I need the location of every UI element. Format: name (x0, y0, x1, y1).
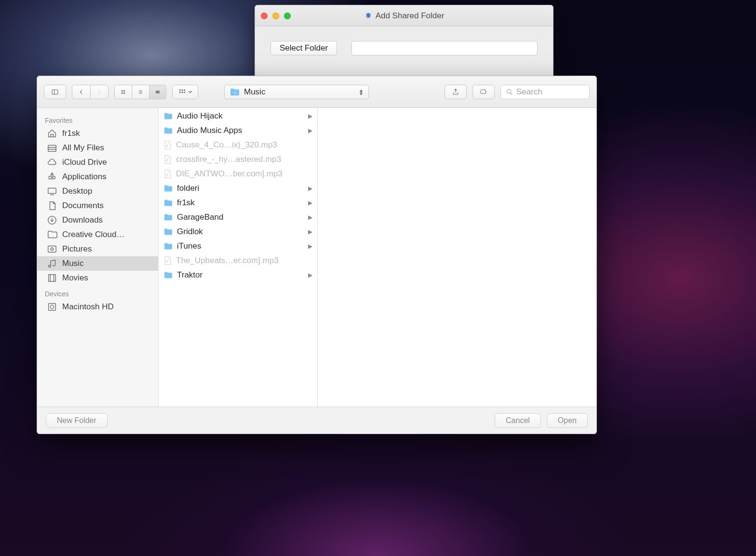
file-row[interactable]: Cause_4_Co…ix)_320.mp3 (159, 138, 317, 152)
column-1: Audio Hijack▶Audio Music Apps▶Cause_4_Co… (159, 108, 318, 407)
svg-rect-14 (184, 89, 185, 91)
sidebar-item-label: Macintosh HD (62, 302, 114, 312)
folder-row[interactable]: Audio Music Apps▶ (159, 123, 317, 138)
item-name: folderi (177, 184, 199, 193)
folder-icon (163, 185, 173, 192)
movies-icon (47, 273, 57, 283)
folder-row[interactable]: Gridlok▶ (159, 225, 317, 239)
dialog-bottom-bar: New Folder Cancel Open (37, 407, 596, 434)
group-by-button[interactable] (172, 85, 198, 99)
home-icon (47, 128, 57, 139)
select-folder-button[interactable]: Select Folder (270, 41, 337, 55)
chevron-right-icon (96, 88, 102, 96)
minimize-window-button[interactable] (272, 13, 279, 19)
svg-rect-11 (159, 91, 160, 93)
chevron-left-icon (78, 88, 84, 96)
folder-row[interactable]: Audio Hijack▶ (159, 109, 317, 123)
columns-icon (155, 88, 160, 96)
folder-row[interactable]: fr1sk▶ (159, 196, 317, 210)
close-window-button[interactable] (261, 13, 268, 19)
sidebar-item-creative-cloud-[interactable]: Creative Cloud… (37, 227, 158, 242)
search-icon (506, 88, 513, 96)
folder-row[interactable]: iTunes▶ (159, 239, 317, 253)
svg-line-20 (511, 93, 512, 94)
chevron-right-icon: ▶ (308, 113, 312, 119)
folder-icon (163, 242, 173, 250)
sidebar-item-label: Creative Cloud… (62, 230, 124, 239)
column-2 (318, 108, 596, 407)
nav-buttons (72, 85, 108, 99)
share-button[interactable] (445, 85, 467, 99)
sidebar-item-label: Movies (62, 273, 88, 283)
open-button[interactable]: Open (547, 413, 588, 428)
sidebar-icon (51, 88, 59, 96)
file-row[interactable]: The_Upbeats…er.com].mp3 (159, 253, 317, 268)
tags-button[interactable] (472, 85, 495, 99)
cancel-button[interactable]: Cancel (495, 413, 541, 428)
sidebar-item-macintosh-hd[interactable]: Macintosh HD (37, 300, 158, 314)
new-folder-button[interactable]: New Folder (46, 413, 108, 428)
doc-icon (47, 200, 57, 211)
folder-row[interactable]: folderi▶ (159, 181, 317, 196)
sidebar-item-all-my-files[interactable]: All My Files (37, 141, 158, 155)
search-input[interactable]: Search (500, 85, 590, 99)
svg-rect-13 (181, 89, 183, 91)
folder-row[interactable]: GarageBand▶ (159, 210, 317, 225)
toggle-sidebar-button[interactable] (44, 85, 66, 99)
audio-file-icon (163, 256, 172, 265)
sidebar-item-desktop[interactable]: Desktop (37, 184, 158, 199)
item-name: GarageBand (177, 212, 223, 222)
svg-rect-0 (52, 90, 58, 94)
sidebar-item-fr1sk[interactable]: fr1sk (37, 126, 158, 141)
folder-path-input[interactable] (351, 41, 538, 55)
download-icon (47, 215, 57, 225)
svg-rect-16 (181, 92, 183, 93)
svg-text:♫: ♫ (233, 90, 236, 94)
column-view-button[interactable] (149, 85, 166, 99)
sidebar-item-label: fr1sk (62, 129, 80, 138)
sidebar-item-applications[interactable]: Applications (37, 170, 158, 184)
svg-rect-17 (184, 92, 185, 93)
sidebar-item-label: Pictures (62, 244, 92, 254)
icon-view-button[interactable] (114, 85, 132, 99)
item-name: fr1sk (177, 198, 195, 208)
path-dropdown[interactable]: ♫ Music ▲▼ (224, 85, 369, 99)
chevron-down-icon (188, 90, 192, 94)
chevron-right-icon: ▶ (308, 127, 312, 134)
grid-small-icon (178, 88, 186, 96)
chevron-right-icon: ▶ (308, 272, 312, 278)
audio-file-icon (163, 155, 172, 164)
item-name: crossfire_-_hy…astered.mp3 (176, 155, 281, 164)
sidebar-item-music[interactable]: Music (37, 256, 158, 271)
music-icon (47, 258, 57, 269)
share-icon (452, 88, 459, 96)
folder-row[interactable]: Traktor▶ (159, 268, 317, 282)
dialog-toolbar: ♫ Music ▲▼ Search (37, 76, 596, 108)
sidebar-item-documents[interactable]: Documents (37, 199, 158, 213)
titlebar: Add Shared Folder (255, 5, 553, 26)
sidebar-item-pictures[interactable]: Pictures (37, 242, 158, 256)
item-name: Cause_4_Co…ix)_320.mp3 (176, 140, 277, 150)
chevron-right-icon: ▶ (308, 185, 312, 192)
sidebar-item-icloud-drive[interactable]: iCloud Drive (37, 155, 158, 170)
grid-icon (121, 88, 126, 96)
list-view-button[interactable] (132, 85, 149, 99)
folder-icon (47, 229, 57, 240)
file-open-dialog: ♫ Music ▲▼ Search Favorites fr1skAll My … (37, 76, 597, 434)
item-name: DIE_ANTWO…ber.com].mp3 (176, 169, 283, 179)
item-name: iTunes (177, 241, 201, 251)
forward-button[interactable] (90, 85, 108, 99)
back-button[interactable] (72, 85, 90, 99)
file-row[interactable]: crossfire_-_hy…astered.mp3 (159, 152, 317, 167)
maximize-window-button[interactable] (284, 13, 291, 19)
item-name: The_Upbeats…er.com].mp3 (176, 256, 279, 265)
folder-icon: ♫ (230, 88, 240, 96)
path-label: Music (244, 87, 265, 97)
file-row[interactable]: DIE_ANTWO…ber.com].mp3 (159, 167, 317, 181)
add-shared-folder-window: Add Shared Folder Select Folder (255, 5, 554, 87)
svg-rect-2 (122, 90, 123, 92)
sidebar-item-downloads[interactable]: Downloads (37, 213, 158, 227)
folder-icon (163, 228, 173, 236)
sidebar-item-movies[interactable]: Movies (37, 271, 158, 285)
folder-icon (163, 127, 173, 134)
